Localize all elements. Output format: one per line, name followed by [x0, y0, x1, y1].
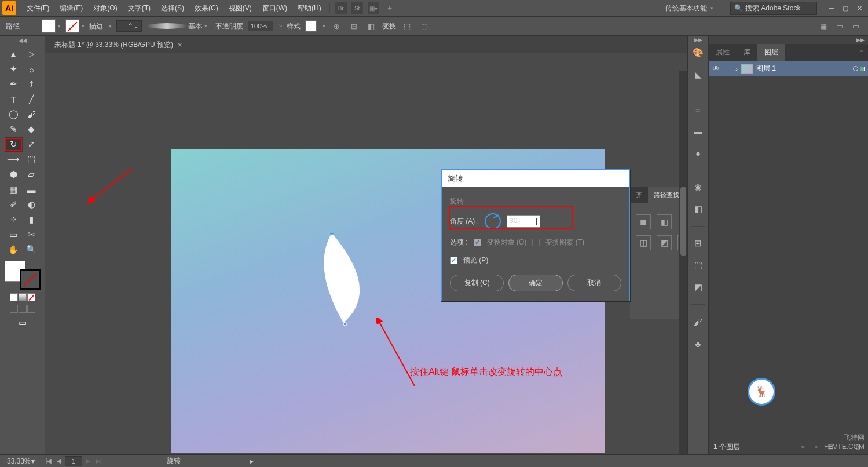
- pf-unite[interactable]: ◼: [636, 214, 651, 229]
- pen-tool[interactable]: ✒: [5, 76, 23, 92]
- first-artboard[interactable]: |◀: [44, 457, 53, 465]
- eyedropper-tool[interactable]: ✐: [5, 197, 23, 212]
- color-guide-icon[interactable]: ◣: [692, 68, 705, 81]
- properties-tab[interactable]: 属性: [709, 44, 737, 61]
- type-tool[interactable]: T: [5, 92, 23, 107]
- menu-type[interactable]: 文字(T): [123, 1, 155, 16]
- menu-object[interactable]: 对象(O): [89, 1, 122, 16]
- locate-icon[interactable]: ⌖: [797, 442, 808, 452]
- document-tab[interactable]: 未标题-1* @ 33.33% (RGB/GPU 预览) ×: [49, 37, 188, 53]
- shape-icon[interactable]: ◧: [365, 20, 378, 32]
- next-artboard[interactable]: ▶: [83, 457, 93, 465]
- maximize-button[interactable]: ▢: [839, 3, 852, 13]
- curvature-tool[interactable]: ⤴: [23, 76, 41, 92]
- perspective-tool[interactable]: ▱: [23, 167, 41, 182]
- symbol-sprayer-tool[interactable]: ⁘: [5, 212, 23, 227]
- draw-inside[interactable]: [27, 305, 35, 313]
- style-swatch[interactable]: [305, 20, 317, 32]
- lasso-tool[interactable]: ⌕: [23, 61, 41, 76]
- cancel-button[interactable]: 取消: [567, 275, 621, 291]
- stroke-swatch[interactable]: [65, 19, 79, 33]
- layers-tab[interactable]: 图层: [757, 44, 785, 61]
- stroke-weight[interactable]: ⌃⌄: [116, 20, 142, 32]
- appearance-icon[interactable]: ◉: [692, 181, 705, 194]
- menu-effect[interactable]: 效果(C): [190, 1, 223, 16]
- angle-input[interactable]: 30°|: [507, 215, 540, 228]
- fill-swatch[interactable]: [42, 19, 56, 33]
- gradient-panel-icon[interactable]: ▬: [692, 125, 705, 137]
- ok-button[interactable]: 确定: [508, 275, 562, 291]
- workspace-switcher[interactable]: 传统基本功能▾: [661, 2, 718, 14]
- pf-trim[interactable]: ◩: [657, 235, 672, 250]
- panel-icon-1[interactable]: ▦: [817, 20, 830, 32]
- line-tool[interactable]: ╱: [23, 92, 41, 107]
- eraser-tool[interactable]: ◆: [23, 122, 41, 137]
- gradient-tool[interactable]: ▬: [23, 182, 41, 197]
- panel-icon-3[interactable]: ▭: [849, 20, 862, 32]
- vertical-scrollbar[interactable]: [679, 71, 687, 454]
- artboard-number[interactable]: 1: [65, 456, 82, 466]
- close-tab-icon[interactable]: ×: [178, 41, 182, 49]
- toolbox-collapse[interactable]: ◀◀: [0, 37, 45, 44]
- minimize-button[interactable]: ─: [825, 3, 838, 13]
- none-mode[interactable]: [27, 293, 35, 301]
- pathfinder-panel-icon[interactable]: ◩: [692, 281, 705, 294]
- color-mode[interactable]: [10, 293, 18, 301]
- symbols-icon[interactable]: ♣: [692, 337, 705, 350]
- shape-builder-tool[interactable]: ⬢: [5, 167, 23, 182]
- mesh-tool[interactable]: ▦: [5, 182, 23, 197]
- stroke-color[interactable]: [20, 269, 41, 290]
- panel-menu-icon[interactable]: ≡: [855, 44, 868, 61]
- selection-tool[interactable]: ▲: [5, 46, 23, 61]
- transparency-icon[interactable]: ●: [692, 147, 705, 159]
- edit-icon[interactable]: ⬚: [418, 20, 431, 32]
- draw-behind[interactable]: [19, 305, 27, 313]
- draw-normal[interactable]: [10, 305, 18, 313]
- canvas[interactable]: 按住Alt键 鼠标单击改变旋转的中心点 齐 路径查找器 » ≡ ◼ ◧ 扩展 ◫…: [45, 53, 687, 454]
- leaf-shape[interactable]: [312, 233, 387, 326]
- angle-dial[interactable]: [485, 213, 501, 229]
- brushes-icon[interactable]: 🖌: [692, 315, 705, 328]
- menu-window[interactable]: 窗口(W): [258, 1, 292, 16]
- visibility-toggle[interactable]: 👁: [712, 64, 721, 73]
- menu-file[interactable]: 文件(F): [22, 1, 54, 16]
- preview-checkbox[interactable]: ✓: [450, 257, 457, 264]
- bridge-icon[interactable]: Br: [335, 2, 347, 14]
- prev-artboard[interactable]: ◀: [54, 457, 64, 465]
- free-transform-tool[interactable]: ⬚: [23, 152, 41, 167]
- align-tab[interactable]: 齐: [630, 187, 648, 203]
- hand-tool[interactable]: ✋: [5, 242, 23, 257]
- screen-mode[interactable]: ▭: [13, 315, 31, 330]
- menu-edit[interactable]: 编辑(E): [55, 1, 87, 16]
- stroke-panel-icon[interactable]: ≡: [692, 103, 705, 115]
- rotate-tool[interactable]: ↻: [5, 137, 23, 152]
- graphic-styles-icon[interactable]: ◧: [692, 203, 705, 216]
- zoom-tool[interactable]: 🔍: [23, 242, 41, 257]
- layer-row[interactable]: 👁 › 图层 1: [709, 61, 868, 76]
- isolate-icon[interactable]: ⬚: [401, 20, 413, 32]
- strip-expand[interactable]: ▶▶: [694, 37, 702, 43]
- menu-select[interactable]: 选择(S): [156, 1, 189, 16]
- recolor-icon[interactable]: ⊕: [330, 20, 343, 32]
- make-clip-icon[interactable]: ▫: [811, 442, 822, 452]
- pf-divide[interactable]: ◫: [636, 235, 651, 250]
- gpu-icon[interactable]: ✈: [383, 2, 396, 14]
- slice-tool[interactable]: ✂: [23, 227, 41, 242]
- zoom-level[interactable]: 33.33% ▾: [3, 456, 38, 466]
- align-panel-icon[interactable]: ⊞: [692, 237, 705, 250]
- scale-tool[interactable]: ⤢: [23, 137, 41, 152]
- blend-tool[interactable]: ◐: [23, 197, 41, 212]
- pf-minus-front[interactable]: ◧: [657, 214, 672, 229]
- direct-selection-tool[interactable]: ▷: [23, 46, 41, 61]
- panel-icon-2[interactable]: ▭: [833, 20, 846, 32]
- search-input[interactable]: 🔍搜索 Adobe Stock: [730, 2, 817, 15]
- close-button[interactable]: ✕: [853, 3, 866, 13]
- color-panel-icon[interactable]: 🎨: [692, 46, 705, 59]
- target-icon[interactable]: [853, 66, 858, 71]
- copy-button[interactable]: 复制 (C): [450, 275, 504, 291]
- shaper-tool[interactable]: ✎: [5, 122, 23, 137]
- paintbrush-tool[interactable]: 🖌: [23, 107, 41, 122]
- rectangle-tool[interactable]: ◯: [5, 107, 23, 122]
- fill-stroke-selector[interactable]: [5, 261, 41, 290]
- last-artboard[interactable]: ▶|: [94, 457, 103, 465]
